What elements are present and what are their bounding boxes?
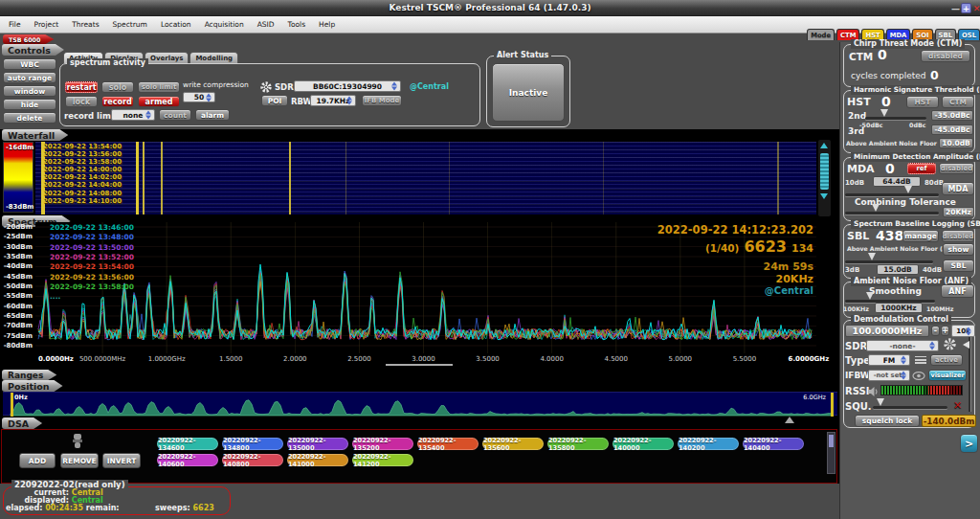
eye-icon[interactable]: [912, 372, 925, 380]
dsa-dataset-pill[interactable]: 20220922-134800: [222, 438, 283, 450]
squelch-slider[interactable]: [873, 406, 947, 409]
mode-tab-mode[interactable]: Mode: [807, 29, 835, 40]
dsa-dataset-pill[interactable]: 20220922-141000: [287, 454, 348, 466]
dsa-dataset-pill[interactable]: 20220922-140400: [743, 438, 804, 450]
dsa-dataset-pill[interactable]: 20220922-135400: [417, 438, 479, 450]
dsa-dataset-pill[interactable]: 20220922-141200: [352, 454, 413, 466]
mda-disabled-button[interactable]: disabled: [939, 163, 974, 174]
freq-minus-button[interactable]: -: [931, 326, 940, 336]
dsa-dataset-pill[interactable]: 20220922-135200: [352, 438, 413, 450]
waterfall-scrollbar[interactable]: [818, 140, 831, 216]
lock-button[interactable]: lock: [65, 96, 98, 107]
sbl-show-button[interactable]: show: [943, 243, 974, 256]
dsa-remove-button[interactable]: REMOVE: [60, 453, 99, 468]
demod-visualizer-button[interactable]: visualizer: [928, 370, 967, 381]
position-strip[interactable]: 0Hz 6.0GHz: [3, 392, 837, 416]
sdr-select[interactable]: BB60C:19304990: [294, 80, 401, 92]
sbl-slider[interactable]: [845, 260, 933, 263]
close-icon[interactable]: ✕: [971, 3, 980, 13]
spectrum-hscrollbar[interactable]: [386, 364, 453, 366]
hst-hst-button[interactable]: HST: [906, 96, 939, 108]
waterfall-plot[interactable]: 2022-09-22 13:54:002022-09-22 13:56:0020…: [35, 142, 816, 214]
tab-modelling[interactable]: Modelling: [189, 52, 238, 63]
ctm-disabled-button[interactable]: disabled: [921, 50, 970, 62]
hst-2nd-slider[interactable]: [865, 117, 926, 120]
dsa-dataset-pill[interactable]: 20220922-140600: [157, 454, 218, 466]
maximize-icon[interactable]: +: [961, 3, 971, 13]
dsa-invert-button[interactable]: INVERT: [102, 453, 141, 468]
scrollbar-thumb[interactable]: [829, 435, 834, 447]
slider-thumb[interactable]: [877, 398, 884, 406]
menu-threats[interactable]: Threats: [65, 16, 105, 34]
dsa-dataset-pill[interactable]: 20220922-140000: [612, 438, 674, 450]
spinner-icon[interactable]: [966, 327, 972, 335]
ranges-header[interactable]: Ranges: [2, 370, 56, 380]
scroll-down-icon[interactable]: [820, 193, 828, 199]
mda-slider[interactable]: [845, 193, 939, 196]
dsa-add-button[interactable]: ADD: [19, 453, 56, 468]
alarm-button[interactable]: alarm: [195, 109, 230, 121]
controls-header[interactable]: Controls: [2, 44, 64, 56]
solo-button[interactable]: solo: [101, 81, 134, 93]
controls-hide-button[interactable]: hide: [3, 99, 56, 110]
armed-button[interactable]: armed: [138, 96, 180, 107]
spinner-icon[interactable]: [206, 93, 212, 102]
dsa-scrollbar[interactable]: [827, 432, 835, 474]
controls-delete-button[interactable]: delete: [3, 112, 56, 124]
rbw-select[interactable]: 19.7KHz: [310, 95, 356, 106]
slider-thumb[interactable]: [963, 341, 969, 349]
anf-button[interactable]: ANF: [941, 284, 974, 298]
position-pointer-icon[interactable]: [785, 417, 794, 423]
minimize-icon[interactable]: —: [950, 3, 961, 13]
expand-panel-button[interactable]: >: [960, 434, 978, 453]
slider-thumb[interactable]: [904, 186, 912, 193]
record-limit-select[interactable]: none: [111, 109, 155, 121]
hst-ctm-button[interactable]: CTM: [942, 96, 974, 108]
mute-icon[interactable]: ✕: [953, 399, 962, 412]
spinner-icon[interactable]: [901, 356, 907, 365]
squelch-lock-button[interactable]: squelch lock: [855, 415, 920, 427]
slider-thumb[interactable]: [866, 292, 874, 300]
dsa-dataset-pill[interactable]: 20220922-140800: [222, 454, 283, 466]
scrollbar-thumb[interactable]: [820, 153, 829, 190]
position-marker-right[interactable]: [831, 393, 834, 417]
dsa-dataset-pill[interactable]: 20220922-135000: [287, 438, 348, 450]
menu-spectrum[interactable]: Spectrum: [106, 16, 154, 34]
freq-step-select[interactable]: 10k: [951, 325, 975, 337]
demod-type-select[interactable]: FM: [868, 354, 910, 366]
count-button[interactable]: count: [159, 109, 191, 121]
write-compression-input[interactable]: 50: [183, 92, 215, 102]
controls-window-button[interactable]: window: [3, 85, 56, 97]
controls-auto-range-button[interactable]: auto range: [3, 72, 56, 83]
solo-limit-button[interactable]: solo limit: [138, 81, 180, 93]
spinner-icon[interactable]: [391, 82, 398, 91]
gear-icon[interactable]: [260, 81, 272, 93]
mda-ref-button[interactable]: ref: [907, 163, 936, 174]
demod-frequency[interactable]: 100.0000MHz: [845, 325, 929, 337]
dsa-dataset-pill[interactable]: 20220922-135600: [482, 438, 544, 450]
spinner-icon[interactable]: [901, 372, 907, 380]
menu-asid[interactable]: ASID: [251, 16, 281, 34]
menu-project[interactable]: Project: [28, 16, 66, 34]
tab-overlays[interactable]: Overlays: [145, 52, 189, 63]
restart-button[interactable]: restart: [65, 81, 98, 93]
scroll-up-icon[interactable]: [820, 143, 828, 148]
controls-WBC-button[interactable]: WBC: [3, 58, 56, 70]
alert-status-button[interactable]: Inactive: [492, 63, 565, 122]
demod-sdr-select[interactable]: -none-: [866, 340, 939, 351]
menu-icon[interactable]: [915, 356, 926, 364]
demod-active-button[interactable]: active: [930, 354, 963, 366]
mda-tolerance-slider[interactable]: [845, 212, 939, 214]
mda-button[interactable]: MDA: [942, 182, 974, 195]
speaker-icon[interactable]: [868, 387, 879, 396]
spinner-icon[interactable]: [145, 111, 152, 120]
ifb-mode-button[interactable]: IFB Mode: [362, 95, 402, 106]
sbl-button[interactable]: SBL: [943, 260, 974, 272]
slider-thumb[interactable]: [880, 109, 888, 117]
waterfall-header[interactable]: Waterfall: [2, 129, 68, 141]
dsa-header[interactable]: DSA: [2, 417, 42, 429]
slider-thumb[interactable]: [868, 253, 876, 260]
menu-tools[interactable]: Tools: [281, 16, 312, 34]
position-header[interactable]: Position: [2, 380, 63, 392]
record-button[interactable]: record: [101, 96, 134, 107]
